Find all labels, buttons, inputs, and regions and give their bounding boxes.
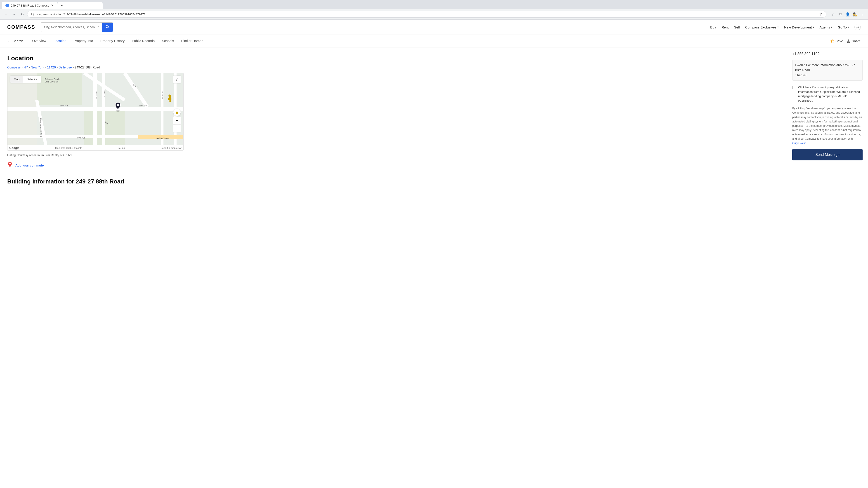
pre-qual-text: Click here if you want pre-qualification… <box>798 85 863 103</box>
svg-point-5 <box>857 26 858 27</box>
map-area[interactable]: 88th Rd 88th Rd 249th St 87th Dr 88th Dr… <box>7 73 183 145</box>
goto-dropdown-icon: ▾ <box>848 26 849 29</box>
browser-action-buttons: ☆ ⧉ 👤 🕵 ⋮ <box>830 11 865 18</box>
breadcrumb-sep-3: › <box>45 66 46 69</box>
svg-rect-40 <box>169 100 169 102</box>
tab-property-info[interactable]: Property Info <box>70 35 97 47</box>
google-logo: Google <box>9 146 20 150</box>
svg-rect-39 <box>170 98 171 100</box>
user-account-button[interactable] <box>855 24 861 30</box>
reload-button[interactable]: ↻ <box>19 11 25 18</box>
tab-property-history[interactable]: Property History <box>97 35 128 47</box>
map-view-button[interactable]: Map <box>10 76 23 83</box>
building-info-title: Building Information for 249-27 88th Roa… <box>7 178 779 185</box>
new-development-dropdown-icon: ▾ <box>813 26 814 29</box>
back-button[interactable]: ← <box>3 11 9 18</box>
svg-text:89th Ave: 89th Ave <box>77 137 85 139</box>
menu-button[interactable]: ⋮ <box>859 11 865 18</box>
nav-buy[interactable]: Buy <box>710 25 716 29</box>
map-toggle: Map Satellite <box>10 76 41 83</box>
svg-line-45 <box>176 79 177 80</box>
svg-text:Commonwealth Blvd: Commonwealth Blvd <box>40 118 42 137</box>
svg-point-3 <box>106 25 108 28</box>
tab-close-button[interactable]: ✕ <box>51 4 54 7</box>
back-to-search-button[interactable]: ← Search <box>7 35 23 47</box>
street-view-button[interactable] <box>174 109 181 116</box>
svg-text:253rd St: 253rd St <box>161 91 164 99</box>
share-button[interactable]: Share <box>847 39 861 43</box>
svg-line-4 <box>108 27 109 28</box>
tab-schools[interactable]: Schools <box>158 35 178 47</box>
search-input[interactable] <box>41 23 102 31</box>
tab-favicon <box>5 4 9 7</box>
send-message-button[interactable]: Send Message <box>792 149 863 160</box>
search-button[interactable] <box>102 23 113 32</box>
nav-rent[interactable]: Rent <box>721 25 729 29</box>
satellite-view-button[interactable]: Satellite <box>23 76 41 83</box>
nav-agents[interactable]: Agents ▾ <box>819 25 833 29</box>
compass-exclusives-dropdown-icon: ▾ <box>777 26 779 29</box>
map-terms-link[interactable]: Terms <box>118 147 125 149</box>
map-report-link[interactable]: Report a map error <box>160 147 182 149</box>
svg-text:249th St: 249th St <box>95 91 98 99</box>
map-container[interactable]: Map Satellite <box>7 73 184 151</box>
add-commute-button[interactable]: Add your commute <box>7 161 779 169</box>
browser-chrome: 249-27 88th Road | Compass ✕ + ← → ↻ com… <box>0 0 868 20</box>
address-bar[interactable]: compass.com/listing/249-27-88th-road-bel… <box>27 11 827 18</box>
breadcrumb-sep-5: › <box>73 66 74 69</box>
browser-tabs: 249-27 88th Road | Compass ✕ + <box>0 0 868 9</box>
nav-actions: Save Share <box>831 39 861 43</box>
map-data-label: Map data ©2024 Google <box>55 147 82 149</box>
goto-button[interactable]: Go To ▾ <box>838 25 849 29</box>
message-textarea[interactable]: I would like more information about 249-… <box>792 60 863 80</box>
zoom-out-button[interactable]: − <box>174 125 181 132</box>
secondary-nav: ← Search Overview Location Property Info… <box>0 35 868 47</box>
location-section-title: Location <box>7 55 779 62</box>
bookmark-button[interactable]: ☆ <box>830 11 836 18</box>
url-display: compass.com/listing/249-27-88th-road-bel… <box>36 13 817 16</box>
tab-location[interactable]: Location <box>50 35 70 47</box>
active-tab[interactable]: 249-27 88th Road | Compass ✕ <box>2 2 57 9</box>
extensions-button[interactable]: ⧉ <box>837 11 844 18</box>
origin-point-link[interactable]: OriginPoint <box>792 142 806 145</box>
svg-rect-22 <box>7 135 143 138</box>
agents-dropdown-icon: ▾ <box>831 26 832 29</box>
breadcrumb-zip[interactable]: 11426 <box>47 66 56 69</box>
forward-button[interactable]: → <box>11 11 17 18</box>
zoom-in-button[interactable]: + <box>174 117 181 125</box>
nav-sell[interactable]: Sell <box>734 25 740 29</box>
tab-overview[interactable]: Overview <box>29 35 50 47</box>
svg-point-46 <box>177 111 178 112</box>
svg-rect-41 <box>170 100 170 102</box>
nav-new-development[interactable]: New Development ▾ <box>784 25 814 29</box>
back-arrow-icon: ← <box>7 39 11 43</box>
content-area: Location Compass › NY › New York › 11426… <box>0 47 868 192</box>
svg-marker-6 <box>831 39 834 42</box>
svg-text:249th St: 249th St <box>103 90 105 98</box>
svg-text:Child Day Care: Child Day Care <box>45 80 59 83</box>
compass-logo[interactable]: COMPASS <box>7 24 35 30</box>
tab-title: 249-27 88th Road | Compass <box>11 4 49 7</box>
breadcrumb-compass[interactable]: Compass <box>7 66 21 69</box>
pre-qualification-section: Click here if you want pre-qualification… <box>792 85 863 103</box>
breadcrumb-new-york[interactable]: New York <box>31 66 44 69</box>
right-sidebar: +1 555 899 1102 I would like more inform… <box>786 47 868 192</box>
breadcrumb-address: 249-27 88th Road <box>74 66 100 69</box>
nav-compass-exclusives[interactable]: Compass Exclusives ▾ <box>745 25 779 29</box>
breadcrumb-sep-4: › <box>57 66 58 69</box>
save-button[interactable]: Save <box>831 39 843 43</box>
tab-public-records[interactable]: Public Records <box>128 35 158 47</box>
tab-similar-homes[interactable]: Similar Homes <box>178 35 207 47</box>
breadcrumb-bellerose[interactable]: Bellerose <box>59 66 72 69</box>
svg-line-2 <box>33 15 34 15</box>
pre-qual-checkbox[interactable] <box>792 86 796 89</box>
new-tab-button[interactable]: + <box>57 2 103 9</box>
svg-rect-19 <box>161 73 163 145</box>
svg-text:88th Rd: 88th Rd <box>139 104 147 107</box>
map-expand-button[interactable] <box>174 76 181 83</box>
svg-point-36 <box>168 94 171 97</box>
svg-text:Jericho Turnpi...: Jericho Turnpi... <box>156 137 170 139</box>
main-content: Location Compass › NY › New York › 11426… <box>0 47 786 192</box>
profile-button[interactable]: 👤 <box>844 11 851 18</box>
breadcrumb-ny[interactable]: NY <box>24 66 28 69</box>
